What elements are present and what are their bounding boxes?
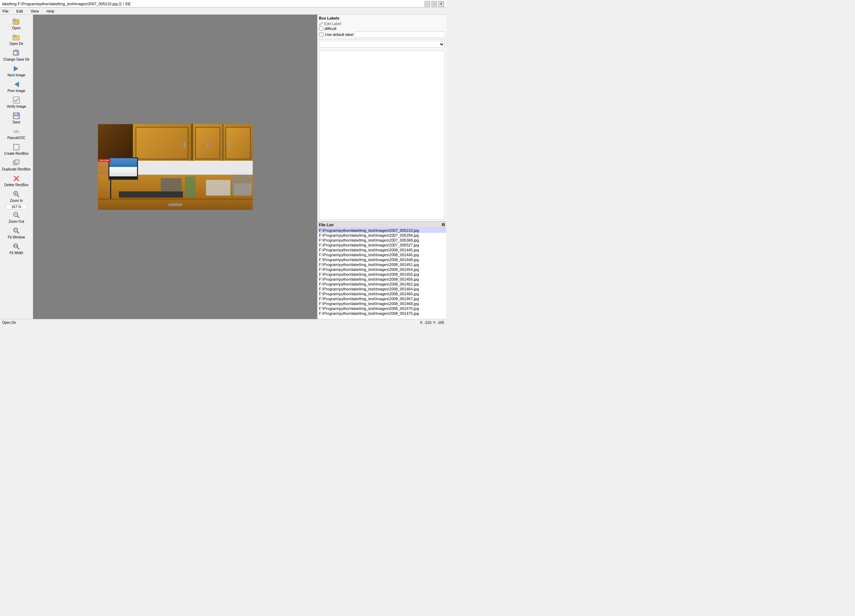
zoom-in-button[interactable]: Zoom In [1,188,32,204]
list-item[interactable]: F:\Program\python\labelImg_test\Images\2… [317,272,446,277]
labels-dropdown[interactable] [319,41,445,48]
list-item[interactable]: F:\Program\python\labelImg_test\Images\2… [317,233,446,238]
file-list-collapse-icon[interactable]: ⊟ [441,222,445,227]
verify-image-button[interactable]: Verify Image [1,95,32,110]
menu-help[interactable]: Help [45,9,55,14]
file-list[interactable]: F:\Program\python\labelImg_test\Images\2… [317,228,446,319]
list-item[interactable]: F:\Program\python\labelImg_test\Images\2… [317,311,446,316]
duplicate-rect-box-button[interactable]: Duplicate RectBox [1,157,32,173]
prev-image-label: Prev Image [7,89,25,93]
list-item[interactable]: F:\Program\python\labelImg_test\Images\2… [317,291,446,296]
list-item[interactable]: F:\Program\python\labelImg_test\Images\2… [317,243,446,248]
image-container: BULLDOGS [98,124,253,210]
delete-rect-box-button[interactable]: Delete RectBox [1,173,32,188]
open-button[interactable]: Open [1,16,32,32]
box-labels-section: Box Labels Edit Label difficult Use defa… [317,15,446,39]
difficult-checkbox[interactable] [319,26,323,31]
open-label: Open [12,26,21,30]
svg-rect-12 [14,116,19,118]
svg-marker-8 [15,82,19,87]
list-item[interactable]: F:\Program\python\labelImg_test\Images\2… [317,253,446,257]
default-label-input[interactable] [355,31,445,38]
status-right: X: -210; Y: -105 [420,321,444,325]
duplicate-rect-box-label: Duplicate RectBox [2,167,31,172]
list-item[interactable]: F:\Program\python\labelImg_test\Images\2… [317,262,446,267]
fit-window-label: Fit Window [8,235,25,239]
menu-file[interactable]: File [2,9,10,14]
zoom-out-button[interactable]: Zoom Out [1,210,32,225]
pascal-voc-label: PascalVOC [7,136,25,140]
delete-rect-box-icon [12,174,21,183]
close-button[interactable]: ✕ [438,1,444,7]
open-icon [12,17,21,26]
labels-list [319,51,445,220]
menu-edit[interactable]: Edit [15,9,24,14]
zoom-in-icon [12,190,21,198]
menu-view[interactable]: View [30,9,40,14]
title-controls: ─ □ ✕ [424,1,444,7]
svg-rect-17 [15,160,19,164]
maximize-button[interactable]: □ [432,1,437,7]
next-image-button[interactable]: Next Image [1,63,32,79]
duplicate-rect-box-icon [12,159,21,167]
verify-image-icon [12,96,21,104]
save-label: Save [12,120,21,124]
svg-rect-5 [14,52,17,54]
list-item[interactable]: F:\Program\python\labelImg_test\Images\2… [317,301,446,306]
list-item[interactable]: F:\Program\python\labelImg_test\Images\2… [317,306,446,311]
prev-image-button[interactable]: Prev Image [1,79,32,95]
file-list-title: File List [319,223,334,227]
svg-line-21 [17,195,19,197]
list-item[interactable]: F:\Program\python\labelImg_test\Images\2… [317,287,446,291]
svg-marker-7 [14,66,18,71]
list-item[interactable]: F:\Program\python\labelImg_test\Images\2… [317,257,446,262]
box-labels-title: Box Labels [319,16,445,20]
list-item[interactable]: F:\Program\python\labelImg_test\Images\2… [317,238,446,243]
fit-width-label: Fit Width [9,251,23,255]
fit-window-icon [12,227,21,235]
zoom-level-display: 167 % [6,204,27,210]
list-item[interactable]: F:\Program\python\labelImg_test\Images\2… [317,296,446,301]
svg-text:</>: </> [13,129,19,134]
create-rect-box-label: Create RectBox [4,152,29,156]
edit-label-button[interactable]: Edit Label [319,21,341,26]
canvas-area[interactable]: BULLDOGS [33,15,317,319]
use-default-label-row: Use default label [319,31,445,38]
change-save-dir-label: Change Save Dir [3,58,30,62]
difficult-row: difficult [319,26,445,31]
use-default-label-checkbox[interactable] [319,32,323,37]
fit-window-button[interactable]: Fit Window [1,225,32,241]
delete-rect-box-label: Delete RectBox [4,183,28,187]
toolbar: Open Open Dir Change Save Dir [0,15,33,319]
save-button[interactable]: Save [1,110,32,126]
change-save-dir-button[interactable]: Change Save Dir [1,48,32,63]
pascal-voc-icon: </> [12,127,21,136]
svg-line-31 [17,247,19,249]
open-dir-button[interactable]: Open Dir [1,32,32,48]
main-content: Open Open Dir Change Save Dir [0,15,446,319]
zoom-in-label: Zoom In [10,199,23,203]
create-rect-box-button[interactable]: Create RectBox [1,141,32,157]
change-save-dir-icon [12,49,21,57]
svg-line-28 [17,231,19,234]
create-rect-box-icon [12,143,21,151]
menu-bar: File Edit View Help [0,8,446,15]
status-left: Open Dir [2,321,16,325]
pascal-voc-button[interactable]: </> PascalVOC [1,126,32,141]
svg-rect-6 [15,50,17,51]
list-item[interactable]: F:\Program\python\labelImg_test\Images\2… [317,277,446,282]
edit-label-row: Edit Label [319,21,445,26]
difficult-label: difficult [325,26,336,31]
list-item[interactable]: F:\Program\python\labelImg_test\Images\2… [317,282,446,287]
next-image-label: Next Image [7,73,25,77]
list-item[interactable]: F:\Program\python\labelImg_test\Images\2… [317,228,446,233]
edit-icon [319,21,323,26]
list-item[interactable]: F:\Program\python\labelImg_test\Images\2… [317,248,446,253]
use-default-label-text: Use default label [325,32,354,37]
minimize-button[interactable]: ─ [424,1,430,7]
svg-rect-15 [14,144,19,150]
list-item[interactable]: F:\Program\python\labelImg_test\Images\2… [317,267,446,272]
svg-point-29 [15,229,17,231]
title-bar: labelImg F:\Program\python\labelImg_test… [0,0,446,8]
fit-width-button[interactable]: Fit Width [1,241,32,257]
